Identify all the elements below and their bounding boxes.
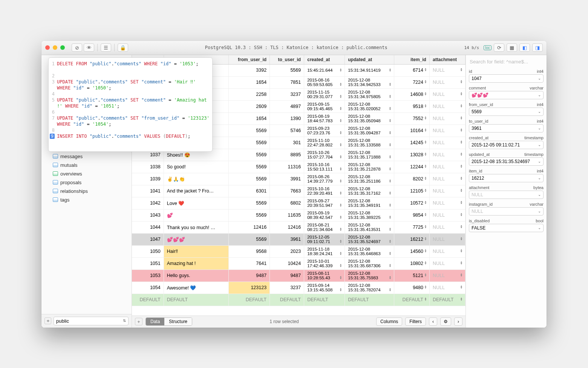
cell-attachment[interactable]: NULL▴▾ (429, 112, 465, 125)
cell-from_user_id[interactable]: 5569 (229, 233, 270, 245)
cell-updated_at[interactable]: 2015-12-0815:31:35.094287▴▾ (345, 125, 394, 137)
cell-attachment[interactable]: DEFAULT▴▾ (429, 294, 465, 306)
cell-item_id[interactable]: 10164▴▾ (394, 125, 429, 137)
column-header-updated_at[interactable]: updated_at (345, 55, 394, 65)
table-row[interactable]: 1041And the jacket ? From Where did you … (132, 185, 466, 197)
cell-created_at[interactable]: 2015-08-2108:21:34.604▴▾ (304, 221, 345, 233)
table-row[interactable]: 1043💕5569116352015-09-1908:39:42.547▴▾20… (132, 209, 466, 221)
cell-attachment[interactable]: NULL▴▾ (429, 173, 465, 185)
field-value-input[interactable]: FALSE⌄ (469, 224, 544, 232)
cell-item_id[interactable]: 8202▴▾ (394, 173, 429, 185)
refresh-button[interactable]: ⟳ (494, 43, 504, 52)
cell-item_id[interactable]: 5121▴▾ (394, 269, 429, 282)
cell-to_user_id[interactable]: 5746 (270, 125, 304, 137)
cell-to_user_id[interactable]: 7663 (270, 185, 304, 197)
cell-created_at[interactable]: 2015-11-1818:38:24.241▴▾ (304, 245, 345, 257)
cell-from_user_id[interactable]: 123123 (229, 282, 270, 294)
cell-to_user_id[interactable]: 3237 (270, 88, 304, 100)
sidebar-item-overviews[interactable]: overviews (41, 169, 132, 178)
preview-sql-button[interactable]: 👁 (84, 43, 94, 52)
cell-to_user_id[interactable]: 9487 (270, 269, 304, 282)
cell-updated_at[interactable]: 2015-12-0815:31:35.133588▴▾ (345, 137, 394, 149)
field-value-input[interactable]: NULL⌄ (469, 191, 544, 199)
add-row-button[interactable]: ＋ (135, 318, 142, 325)
table-row[interactable]: DEFAULTDEFAULTDEFAULTDEFAULTDEFAULTDEFAU… (132, 294, 466, 306)
cell-created_at[interactable]: 2015-09-1413:15:45.508▴▾ (304, 282, 345, 294)
cell-comment[interactable]: Hello guys. (164, 269, 228, 282)
cell-attachment[interactable]: NULL▴▾ (429, 125, 465, 137)
cell-attachment[interactable]: NULL▴▾ (429, 100, 465, 112)
sidebar-item-messages[interactable]: messages (41, 152, 132, 161)
column-header-item_id[interactable]: item_id (394, 55, 429, 65)
cell-item_id[interactable]: 16212▴▾ (394, 233, 429, 245)
cell-from_user_id[interactable]: 9487 (229, 269, 270, 282)
cell-item_id[interactable]: 9854▴▾ (394, 209, 429, 221)
settings-button[interactable]: ⚙ (440, 317, 451, 326)
cell-item_id[interactable]: 13028▴▾ (394, 149, 429, 161)
cell-from_user_id[interactable]: 5569 (229, 149, 270, 161)
cell-created_at[interactable]: 2015-09-2307:23:23.76▴▾ (304, 125, 345, 137)
cell-id[interactable]: 1043 (132, 209, 164, 221)
table-row[interactable]: 1047💕💕💕556939612015-12-0509:11:02.71▴▾20… (132, 233, 466, 245)
cell-id[interactable]: 1041 (132, 185, 164, 197)
column-header-to_user_id[interactable]: to_user_id (270, 55, 304, 65)
prev-page-button[interactable]: ‹ (429, 317, 437, 326)
cell-created_at[interactable]: 2015-10-1615:50:13.111▴▾ (304, 161, 345, 173)
cell-created_at[interactable]: 2015-11-1500:29:31.077▴▾ (304, 88, 345, 100)
table-row[interactable]: 1039✌️🙏👏556939912015-08-2614:39:27.779▴▾… (132, 173, 466, 185)
column-header-from_user_id[interactable]: from_user_id (229, 55, 270, 65)
cell-comment[interactable]: And the jacket ? From Where did you buy … (164, 185, 228, 197)
cell-item_id[interactable]: 7552▴▾ (394, 112, 429, 125)
cell-updated_at[interactable]: 2015-12-0815:31:35.782074▴▾ (345, 282, 394, 294)
cell-attachment[interactable]: NULL▴▾ (429, 161, 465, 173)
cell-updated_at[interactable]: 2015-12-0815:31:35.646863▴▾ (345, 245, 394, 257)
cell-attachment[interactable]: NULL▴▾ (429, 185, 465, 197)
cell-created_at[interactable]: 2015-09-2720:39:51.947▴▾ (304, 197, 345, 209)
cell-item_id[interactable]: 9480▴▾ (394, 282, 429, 294)
cell-from_user_id[interactable]: 2258 (229, 88, 270, 100)
cell-updated_at[interactable]: 2015-12-0815:31:35.317162▴▾ (345, 185, 394, 197)
cell-from_user_id[interactable]: 7641 (229, 257, 270, 269)
cell-updated_at[interactable]: 2015-12-0815:31:35.020052▴▾ (345, 100, 394, 112)
cell-updated_at[interactable]: 2015-12-0815:31:35.171888▴▾ (345, 149, 394, 161)
cell-created_at[interactable]: 2015-10-1622:39:20.491▴▾ (304, 185, 345, 197)
cell-created_at[interactable]: DEFAULT (304, 294, 345, 306)
cell-comment[interactable]: 💕 (164, 209, 228, 221)
cell-from_user_id[interactable]: 5569 (229, 173, 270, 185)
field-value-input[interactable]: 16212⌄ (469, 174, 544, 182)
cell-comment[interactable]: Hair‼ (164, 245, 228, 257)
cell-id[interactable]: 1042 (132, 197, 164, 209)
cell-attachment[interactable]: NULL▴▾ (429, 221, 465, 233)
tab-data[interactable]: Data (146, 318, 164, 325)
cell-attachment[interactable]: NULL▴▾ (429, 269, 465, 282)
cell-created_at[interactable]: 2015-11-1022:47:28.802▴▾ (304, 137, 345, 149)
cell-to_user_id[interactable]: 301 (270, 137, 304, 149)
cell-to_user_id[interactable]: 11316 (270, 161, 304, 173)
sidebar-item-relationships[interactable]: relationships (41, 187, 132, 196)
cell-attachment[interactable]: NULL▴▾ (429, 137, 465, 149)
cell-to_user_id[interactable]: 3991 (270, 173, 304, 185)
sidebar-item-mutuals[interactable]: mutuals (41, 161, 132, 169)
cell-attachment[interactable]: NULL▴▾ (429, 149, 465, 161)
cell-created_at[interactable]: 2015-10-2615:07:27.704▴▾ (304, 149, 345, 161)
cell-attachment[interactable]: NULL▴▾ (429, 76, 465, 88)
cell-updated_at[interactable]: 2015-12-0815:31:35.212878▴▾ (345, 161, 394, 173)
cell-to_user_id[interactable]: 8895 (270, 149, 304, 161)
cell-to_user_id[interactable]: DEFAULT (270, 294, 304, 306)
cell-id[interactable]: 1038 (132, 161, 164, 173)
inspector-search-input[interactable] (469, 57, 544, 66)
cell-comment[interactable]: ✌️🙏👏 (164, 173, 228, 185)
table-row[interactable]: 1050Hair‼956820232015-11-1818:38:24.241▴… (132, 245, 466, 257)
cell-from_user_id[interactable]: 9568 (229, 245, 270, 257)
cell-id[interactable]: 1053 (132, 269, 164, 282)
cell-updated_at[interactable]: 2015-12-0815:31:35.75983▴▾ (345, 269, 394, 282)
cell-item_id[interactable]: 12105▴▾ (394, 185, 429, 197)
cell-updated_at[interactable]: 2015-12-0815:31:35.251186▴▾ (345, 173, 394, 185)
cell-from_user_id[interactable]: DEFAULT (229, 294, 270, 306)
cell-created_at[interactable]: 2015-09-1509:15:45.465▴▾ (304, 100, 345, 112)
cell-updated_at[interactable]: 2015-12-0815:31:35.524697▴▾ (345, 233, 394, 245)
close-icon[interactable] (45, 45, 50, 50)
zoom-icon[interactable] (60, 45, 65, 50)
cell-to_user_id[interactable]: 11635 (270, 209, 304, 221)
add-table-button[interactable]: ＋ (44, 317, 51, 324)
